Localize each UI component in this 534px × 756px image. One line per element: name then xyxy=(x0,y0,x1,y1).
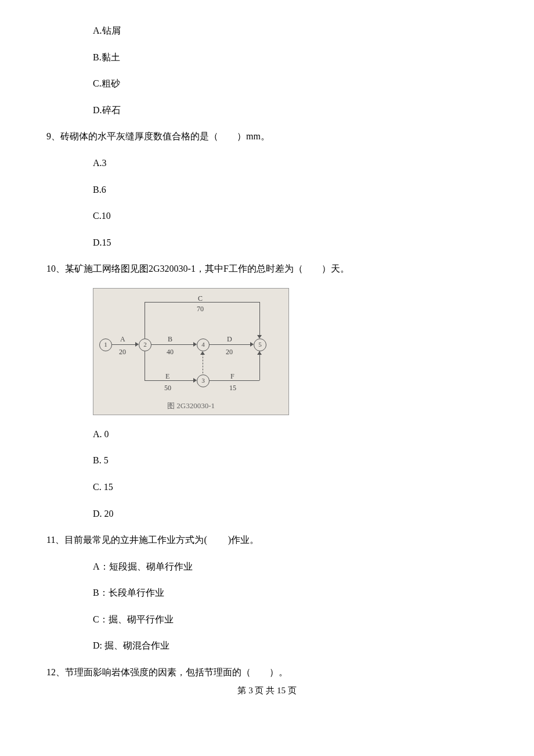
option-b: B. 5 xyxy=(93,453,488,468)
edge-b-label: B xyxy=(168,334,172,345)
option-d: D: 掘、砌混合作业 xyxy=(93,638,488,653)
edge-e-label: E xyxy=(165,371,169,382)
edge-e-value: 50 xyxy=(164,383,171,394)
edge-a-label: A xyxy=(120,334,125,345)
node-3: 3 xyxy=(197,375,210,387)
edge-d-value: 20 xyxy=(226,347,233,358)
option-b: B：长段单行作业 xyxy=(93,585,488,600)
option-a: A. 0 xyxy=(93,427,488,442)
page-footer: 第 3 页 共 15 页 xyxy=(46,683,488,697)
question-11: 11、目前最常见的立井施工作业方式为( )作业。 xyxy=(46,532,488,548)
option-d: D.15 xyxy=(93,235,488,250)
node-1: 1 xyxy=(99,339,112,351)
option-c: C.粗砂 xyxy=(93,76,488,91)
option-b: B.黏土 xyxy=(93,50,488,65)
option-d: D.碎石 xyxy=(93,103,488,118)
node-4: 4 xyxy=(197,339,210,351)
question-10: 10、某矿施工网络图见图2G320030-1，其中F工作的总时差为（ ）天。 xyxy=(46,261,488,276)
network-diagram: 1 2 4 5 3 A 20 B 40 D 20 C 70 E 50 xyxy=(93,288,289,415)
edge-c-label: C xyxy=(198,293,203,304)
edge-c-value: 70 xyxy=(197,304,204,315)
option-b: B.6 xyxy=(93,182,488,197)
edge-f-value: 15 xyxy=(229,383,236,394)
question-9: 9、砖砌体的水平灰缝厚度数值合格的是（ ）mm。 xyxy=(46,129,488,144)
edge-a-value: 20 xyxy=(119,347,126,358)
option-c: C：掘、砌平行作业 xyxy=(93,612,488,627)
option-a: A.钻屑 xyxy=(93,23,488,38)
edge-b-value: 40 xyxy=(167,347,174,358)
node-2: 2 xyxy=(139,339,151,351)
option-a: A：短段掘、砌单行作业 xyxy=(93,559,488,574)
option-c: C.10 xyxy=(93,208,488,224)
option-c: C. 15 xyxy=(93,480,488,495)
diagram-caption: 图 2G320030-1 xyxy=(98,398,284,412)
edge-d-label: D xyxy=(227,334,232,345)
option-d: D. 20 xyxy=(93,506,488,521)
node-5: 5 xyxy=(254,339,266,351)
option-a: A.3 xyxy=(93,156,488,171)
question-12: 12、节理面影响岩体强度的因素，包括节理面的（ ）。 xyxy=(46,665,488,680)
edge-f-label: F xyxy=(230,371,234,382)
